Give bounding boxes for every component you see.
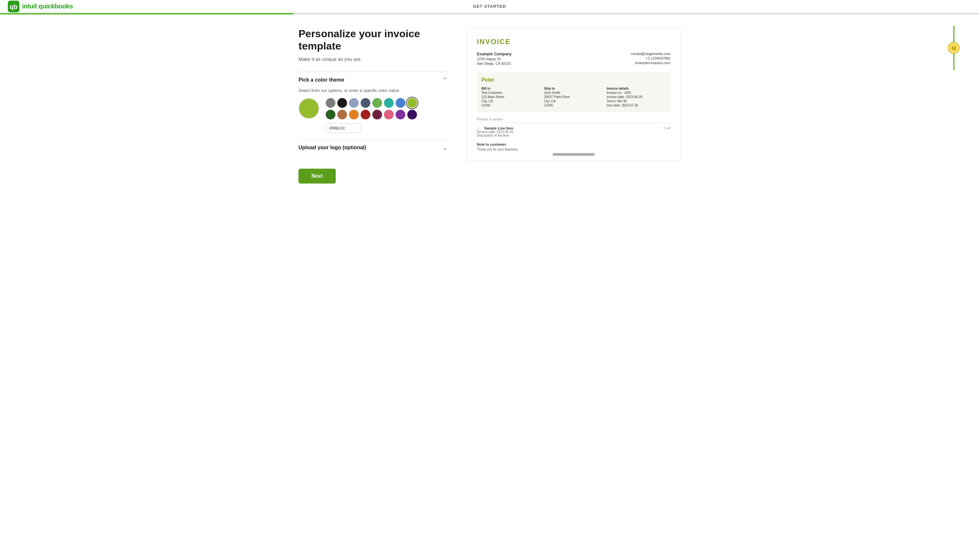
contact-email: cecilia@siegemedia.com xyxy=(631,52,670,56)
company-address1: 1234 Happy St xyxy=(477,57,512,61)
logo-section-header[interactable]: Upload your logo (optional) ⌄ xyxy=(299,139,447,156)
color-swatch-purple[interactable] xyxy=(395,110,405,120)
line-item-name: Sample Line Item xyxy=(484,126,513,130)
color-swatches-container xyxy=(326,98,417,133)
line-item-description: Description of the item xyxy=(477,134,514,137)
page-subtitle: Make it as unique as you are. xyxy=(299,56,447,62)
color-section-header[interactable]: Pick a color theme ⌃ xyxy=(299,72,447,88)
quickbooks-logo-icon: qb xyxy=(8,1,19,12)
quickbooks-logo-text: intuit quickbooks xyxy=(22,3,73,10)
table-row: 1. Sample Line Item Service date: 2023-0… xyxy=(477,126,670,137)
color-swatch-dark-green[interactable] xyxy=(326,110,335,120)
invoice-details-col: Invoice details Invoice no.: 1001 Invoic… xyxy=(607,87,666,108)
next-button[interactable]: Next xyxy=(299,168,336,183)
contact-phone: +1 1234567891 xyxy=(631,56,670,60)
main-content: Personalize your invoice template Make i… xyxy=(279,15,700,197)
color-swatch-brown[interactable] xyxy=(337,110,347,120)
ship-to-zip: 12345 xyxy=(544,103,603,107)
company-address2: San Diego, CA 92101 xyxy=(477,62,512,65)
note-text: Thank you for your business. xyxy=(477,148,670,151)
color-swatch-black[interactable] xyxy=(337,98,347,108)
invoice-due: Due date: 2023-07-26 xyxy=(607,103,666,107)
color-grid xyxy=(326,98,417,120)
bill-to-name: Test Customer xyxy=(481,91,540,95)
contact-info: cecilia@siegemedia.com +1 1234567891 exa… xyxy=(631,52,670,66)
invoice-preview: INVOICE Example Company 1234 Happy St Sa… xyxy=(467,28,680,161)
color-swatch-medium-green[interactable] xyxy=(372,98,382,108)
line-item-service-date: Service date: 2023-06-26 xyxy=(477,130,514,134)
invoice-terms: Terms: Net 30 xyxy=(607,99,666,103)
header: qb intuit quickbooks GET STARTED xyxy=(0,0,979,13)
color-swatch-yellow-green[interactable] xyxy=(407,98,417,108)
color-section-chevron-icon: ⌃ xyxy=(442,77,447,83)
color-swatch-teal[interactable] xyxy=(384,98,394,108)
ship-to-col: Ship to John Smith 20637 Palm Drive City… xyxy=(544,87,603,108)
invoice-title: INVOICE xyxy=(477,38,670,46)
logo-section-title: Upload your logo (optional) xyxy=(299,145,366,150)
bill-columns: Bill to Test Customer 123 Main Street Ci… xyxy=(481,87,666,108)
mascot-line-bottom xyxy=(954,54,954,70)
note-section: Note to customer Thank you for your busi… xyxy=(477,142,670,151)
color-swatch-dark-red[interactable] xyxy=(361,110,370,120)
invoice-details-title: Invoice details xyxy=(607,87,666,90)
color-swatch-blue[interactable] xyxy=(395,98,405,108)
color-swatch-pink[interactable] xyxy=(384,110,394,120)
color-swatch-dark-blue-gray[interactable] xyxy=(361,98,370,108)
ship-to-address1: 20637 Palm Drive xyxy=(544,95,603,99)
page-title: Personalize your invoice template xyxy=(299,28,447,52)
color-input-row xyxy=(326,123,417,133)
line-item-qty: 1 uni xyxy=(663,126,670,137)
contact-website: examplecompany.com xyxy=(631,61,670,65)
mascot: 😐 xyxy=(948,26,960,70)
invoice-header-row: Example Company 1234 Happy St San Diego,… xyxy=(477,52,670,66)
color-swatch-dark-purple[interactable] xyxy=(407,110,417,120)
ship-to-address2: City, CA xyxy=(544,99,603,103)
logo-section-chevron-icon: ⌄ xyxy=(442,144,447,151)
color-picker-area xyxy=(299,98,447,133)
color-swatch-light-blue-gray[interactable] xyxy=(349,98,359,108)
bill-to-address2: City, CA xyxy=(481,99,540,103)
color-swatch-maroon[interactable] xyxy=(372,110,382,120)
header-title: GET STARTED xyxy=(473,4,506,9)
line-items-header: Product or service xyxy=(477,118,670,123)
line-item-num: 1. xyxy=(477,127,479,130)
invoice-date: Invoice date: 2023-06-26 xyxy=(607,95,666,99)
selected-color-swatch xyxy=(299,98,319,119)
company-name: Example Company xyxy=(477,52,512,56)
bill-customer-name: Peter xyxy=(481,77,666,83)
color-section-body: Select from our options, or enter a spec… xyxy=(299,88,447,139)
mascot-line-top xyxy=(954,26,954,42)
bill-to-zip: 12345 xyxy=(481,103,540,107)
color-section-title: Pick a color theme xyxy=(299,77,344,83)
line-item-left: 1. Sample Line Item Service date: 2023-0… xyxy=(477,126,514,137)
ship-to-title: Ship to xyxy=(544,87,603,90)
company-info: Example Company 1234 Happy St San Diego,… xyxy=(477,52,512,66)
ship-to-name: John Smith xyxy=(544,91,603,95)
svg-text:qb: qb xyxy=(10,3,17,10)
color-hex-input[interactable] xyxy=(326,123,361,133)
bill-to-col: Bill to Test Customer 123 Main Street Ci… xyxy=(481,87,540,108)
invoice-scrollbar[interactable] xyxy=(553,153,595,156)
color-swatch-gray[interactable] xyxy=(326,98,335,108)
left-panel: Personalize your invoice template Make i… xyxy=(299,28,447,183)
invoice-number: Invoice no.: 1001 xyxy=(607,91,666,95)
progress-bar-fill xyxy=(0,13,294,15)
color-swatch-orange[interactable] xyxy=(349,110,359,120)
logo-area: qb intuit quickbooks xyxy=(8,1,73,12)
note-title: Note to customer xyxy=(477,142,670,146)
bill-to-title: Bill to xyxy=(481,87,540,90)
bill-to-address1: 123 Main Street xyxy=(481,95,540,99)
right-panel: INVOICE Example Company 1234 Happy St Sa… xyxy=(467,28,680,183)
color-instruction: Select from our options, or enter a spec… xyxy=(299,88,447,93)
bill-section: Peter Bill to Test Customer 123 Main Str… xyxy=(477,73,670,112)
mascot-face: 😐 xyxy=(948,42,960,54)
